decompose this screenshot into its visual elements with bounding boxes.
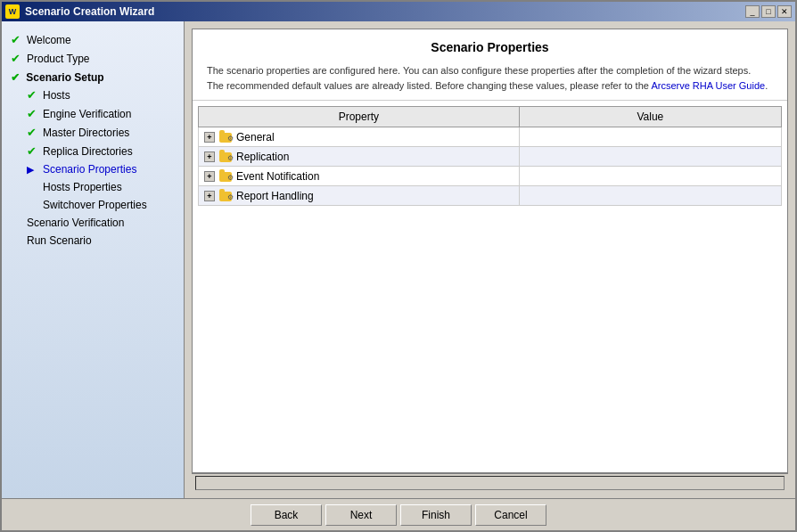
sidebar-label-scenario-verification: Scenario Verification bbox=[27, 217, 124, 229]
next-button[interactable]: Next bbox=[325, 504, 397, 526]
content-header: Scenario Properties The scenario propert… bbox=[193, 29, 787, 101]
back-button[interactable]: Back bbox=[251, 504, 322, 526]
table-container: Property Value + ⚙ General+ ⚙ Replicatio… bbox=[193, 101, 787, 472]
folder-icon: ⚙ bbox=[218, 151, 233, 162]
property-cell: + ⚙ Event Notification bbox=[199, 167, 520, 186]
app-icon: W bbox=[5, 4, 20, 19]
col-header-property: Property bbox=[199, 107, 520, 127]
property-label: Replication bbox=[236, 151, 289, 163]
sidebar-label-product-type: Product Type bbox=[27, 53, 90, 65]
close-button[interactable]: ✕ bbox=[777, 5, 792, 18]
table-row[interactable]: + ⚙ General bbox=[199, 127, 782, 147]
check-icon: ✔ bbox=[11, 52, 23, 65]
maximize-button[interactable]: □ bbox=[761, 5, 776, 18]
check-icon: ✔ bbox=[27, 88, 39, 102]
sidebar-label-welcome: Welcome bbox=[27, 34, 71, 46]
sidebar-label-hosts: Hosts bbox=[43, 89, 70, 102]
col-header-value: Value bbox=[519, 107, 781, 127]
folder-icon: ⚙ bbox=[218, 170, 233, 182]
sidebar-item-run-scenario[interactable]: Run Scenario bbox=[2, 232, 184, 250]
value-cell bbox=[519, 147, 781, 167]
sidebar-item-master-directories[interactable]: ✔ Master Directories bbox=[2, 123, 184, 142]
finish-button[interactable]: Finish bbox=[400, 504, 472, 526]
sidebar-item-product-type[interactable]: ✔ Product Type bbox=[2, 49, 184, 68]
sidebar-item-scenario-verification[interactable]: Scenario Verification bbox=[2, 214, 184, 232]
sidebar-label-run-scenario: Run Scenario bbox=[27, 234, 92, 247]
sidebar-item-welcome[interactable]: ✔ Welcome bbox=[2, 30, 184, 49]
sidebar-group-scenario-setup: ✔ Scenario Setup bbox=[2, 68, 184, 86]
check-icon: ✔ bbox=[11, 71, 20, 84]
property-label: General bbox=[236, 131, 275, 143]
desc-line2: The recommended default values are alrea… bbox=[207, 80, 649, 91]
content-description: The scenario properties are configured h… bbox=[207, 63, 773, 93]
page-title: Scenario Properties bbox=[207, 40, 773, 54]
check-icon: ✔ bbox=[27, 107, 39, 120]
sidebar-label-master-directories: Master Directories bbox=[43, 127, 129, 139]
cancel-button[interactable]: Cancel bbox=[475, 504, 546, 526]
window-controls: _ □ ✕ bbox=[745, 5, 792, 18]
main-content: ✔ Welcome ✔ Product Type ✔ Scenario Setu… bbox=[2, 21, 795, 498]
sidebar-item-scenario-properties[interactable]: ▶ Scenario Properties bbox=[2, 160, 184, 178]
value-cell bbox=[519, 167, 781, 186]
expand-icon[interactable]: + bbox=[204, 151, 215, 162]
property-cell: + ⚙ Replication bbox=[199, 147, 520, 167]
property-cell: + ⚙ Report Handling bbox=[199, 186, 520, 206]
sidebar-item-switchover-properties[interactable]: Switchover Properties bbox=[2, 196, 184, 214]
table-row[interactable]: + ⚙ Report Handling bbox=[199, 186, 782, 206]
sidebar-label-hosts-properties: Hosts Properties bbox=[43, 181, 122, 193]
check-icon: ✔ bbox=[27, 126, 39, 139]
property-cell: + ⚙ General bbox=[199, 127, 520, 147]
content-area: Scenario Properties The scenario propert… bbox=[192, 29, 788, 473]
sidebar-label-scenario-properties: Scenario Properties bbox=[43, 163, 136, 176]
sidebar: ✔ Welcome ✔ Product Type ✔ Scenario Setu… bbox=[2, 21, 185, 498]
status-panel bbox=[195, 476, 785, 490]
folder-icon: ⚙ bbox=[218, 190, 233, 201]
properties-table: Property Value + ⚙ General+ ⚙ Replicatio… bbox=[198, 106, 782, 206]
sidebar-label-engine-verification: Engine Verification bbox=[43, 108, 131, 120]
expand-icon[interactable]: + bbox=[204, 191, 215, 201]
table-row[interactable]: + ⚙ Replication bbox=[199, 147, 782, 167]
sidebar-label-replica-directories: Replica Directories bbox=[43, 145, 133, 158]
window-title: Scenario Creation Wizard bbox=[25, 5, 745, 18]
property-label: Event Notification bbox=[236, 170, 319, 183]
arrow-icon: ▶ bbox=[27, 164, 39, 176]
expand-icon[interactable]: + bbox=[204, 171, 215, 182]
check-icon: ✔ bbox=[27, 144, 39, 158]
sidebar-item-replica-directories[interactable]: ✔ Replica Directories bbox=[2, 142, 184, 160]
status-bar bbox=[192, 473, 788, 491]
expand-icon[interactable]: + bbox=[204, 132, 215, 143]
value-cell bbox=[519, 127, 781, 147]
sidebar-item-hosts-properties[interactable]: Hosts Properties bbox=[2, 178, 184, 196]
check-icon: ✔ bbox=[11, 33, 23, 46]
sidebar-label-switchover-properties: Switchover Properties bbox=[43, 199, 147, 211]
title-bar: W Scenario Creation Wizard _ □ ✕ bbox=[2, 2, 795, 21]
right-panel: Scenario Properties The scenario propert… bbox=[185, 21, 795, 498]
sidebar-label-scenario-setup: Scenario Setup bbox=[26, 71, 103, 84]
footer-buttons: Back Next Finish Cancel bbox=[2, 498, 795, 530]
sidebar-item-engine-verification[interactable]: ✔ Engine Verification bbox=[2, 104, 184, 123]
desc-line1: The scenario properties are configured h… bbox=[207, 65, 751, 76]
main-window: W Scenario Creation Wizard _ □ ✕ ✔ Welco… bbox=[0, 0, 797, 532]
table-row[interactable]: + ⚙ Event Notification bbox=[199, 167, 782, 186]
property-label: Report Handling bbox=[236, 190, 314, 202]
minimize-button[interactable]: _ bbox=[745, 5, 760, 18]
desc-end: . bbox=[765, 80, 768, 91]
user-guide-link[interactable]: Arcserve RHA User Guide bbox=[651, 80, 765, 91]
folder-icon: ⚙ bbox=[218, 131, 233, 143]
sidebar-item-hosts[interactable]: ✔ Hosts bbox=[2, 86, 184, 104]
value-cell bbox=[519, 186, 781, 206]
